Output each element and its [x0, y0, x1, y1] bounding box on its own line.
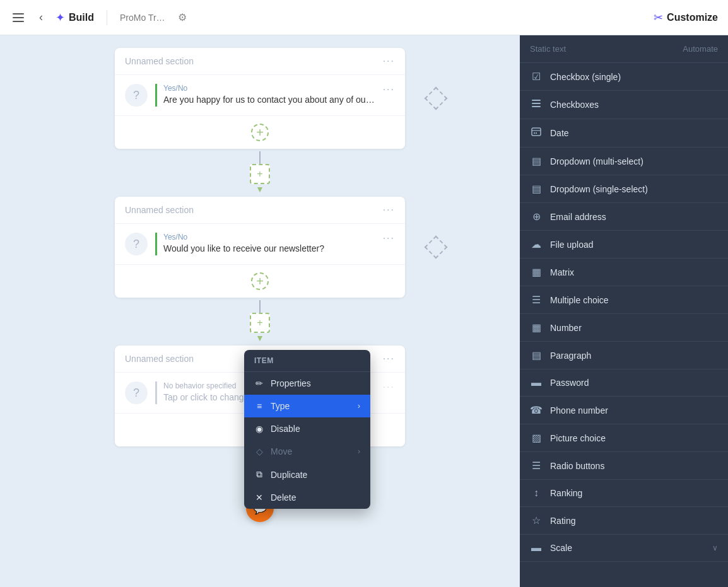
question-dots-3[interactable]: ···	[383, 381, 395, 393]
ctx-type-label: Type	[271, 401, 290, 411]
rp-item-checkbox-single[interactable]: ☑ Checkbox (single)	[520, 63, 728, 91]
question-text-2: Would you like to receive our newsletter…	[163, 243, 375, 255]
add-section-button-1[interactable]: +	[250, 164, 270, 184]
back-button[interactable]: ‹	[34, 8, 48, 26]
main-layout: Unnamed section ··· ? Yes/No Are you hap…	[0, 35, 728, 587]
svg-rect-5	[534, 132, 535, 134]
connector-arrow-2: ▼	[255, 333, 264, 343]
ctx-move: ◇ Move ›	[244, 440, 370, 463]
rp-label-checkbox-single: Checkbox (single)	[550, 72, 718, 82]
add-row-1: +	[115, 116, 405, 149]
question-mark-icon-3: ?	[133, 386, 139, 400]
ctx-duplicate-icon: ⧉	[254, 469, 264, 480]
password-icon: ▬	[530, 377, 543, 388]
rp-item-ranking[interactable]: ↕ Ranking	[520, 480, 728, 507]
ctx-properties[interactable]: ✏ Properties	[244, 372, 370, 395]
ctx-duplicate[interactable]: ⧉ Duplicate	[244, 463, 370, 486]
question-dots-1[interactable]: ···	[383, 84, 395, 95]
section1-menu[interactable]: ···	[383, 55, 395, 67]
scale-chevron: ∨	[712, 543, 718, 552]
rp-item-date[interactable]: Date	[520, 119, 728, 148]
question-text-1: Are you happy for us to contact you abou…	[163, 94, 375, 107]
rp-label-email: Email address	[550, 212, 718, 222]
question-icon-wrap-2: ?	[125, 233, 148, 255]
topbar-left: ‹ ✦ Build ProMo Tr… ⚙	[10, 8, 187, 26]
connector-2: + ▼	[250, 300, 270, 343]
customize-section[interactable]: ✂ Customize	[654, 11, 718, 25]
rp-label-paragraph: Paragraph	[550, 351, 718, 361]
rp-item-password[interactable]: ▬ Password	[520, 369, 728, 397]
topbar-right: ✂ Customize	[654, 11, 718, 25]
question-icon-wrap-1: ?	[125, 84, 148, 107]
rp-item-rating[interactable]: ☆ Rating	[520, 507, 728, 535]
rp-list: ☑ Checkbox (single) Checkboxes	[520, 63, 728, 587]
add-section-button-2[interactable]: +	[250, 313, 270, 333]
question-content-1: Yes/No Are you happy for us to contact y…	[155, 84, 375, 107]
topbar-divider	[107, 10, 107, 25]
ctx-move-label: Move	[271, 446, 292, 456]
date-icon	[530, 127, 543, 139]
rp-item-email[interactable]: ⊕ Email address	[520, 203, 728, 231]
rp-item-number[interactable]: ▦ Number	[520, 314, 728, 342]
ctx-type[interactable]: ≡ Type ›	[244, 395, 370, 417]
gear-icon[interactable]: ⚙	[178, 11, 187, 23]
hamburger-menu[interactable]	[10, 11, 26, 25]
rp-item-picture-choice[interactable]: ▨ Picture choice	[520, 424, 728, 452]
project-name[interactable]: ProMo Tr…	[120, 13, 165, 23]
rp-label-rating: Rating	[550, 516, 718, 526]
ctx-properties-label: Properties	[271, 378, 311, 388]
rp-item-multiple-choice[interactable]: ☰ Multiple choice	[520, 286, 728, 314]
section2-menu[interactable]: ···	[383, 204, 395, 216]
rp-item-dropdown-single[interactable]: ▤ Dropdown (single-select)	[520, 175, 728, 203]
section3-menu[interactable]: ···	[383, 353, 395, 364]
customize-label: Customize	[667, 12, 718, 23]
rp-static-text-label: Static text	[530, 44, 566, 54]
ctx-delete[interactable]: ✕ Delete	[244, 486, 370, 509]
add-item-button-1[interactable]: +	[251, 124, 269, 141]
rp-item-matrix[interactable]: ▦ Matrix	[520, 259, 728, 286]
build-label[interactable]: Build	[69, 12, 94, 23]
file-upload-icon: ☁	[530, 238, 543, 250]
ctx-duplicate-label: Duplicate	[271, 470, 307, 480]
question-mark-icon-2: ?	[133, 238, 139, 251]
svg-rect-3	[532, 128, 541, 136]
rating-icon: ☆	[530, 514, 543, 526]
rp-item-phone-number[interactable]: ☎ Phone number	[520, 397, 728, 424]
section-card-1: Unnamed section ··· ? Yes/No Are you hap…	[115, 48, 405, 149]
dropdown-single-icon: ▤	[530, 183, 543, 195]
connector-arrow-1: ▼	[255, 184, 264, 194]
checkbox-single-icon: ☑	[530, 71, 543, 83]
question-dots-2[interactable]: ···	[383, 233, 395, 244]
ctx-type-icon: ≡	[254, 401, 264, 411]
picture-choice-icon: ▨	[530, 432, 543, 444]
rp-item-file-upload[interactable]: ☁ File upload	[520, 231, 728, 259]
ctx-disable[interactable]: ◉ Disable	[244, 417, 370, 440]
section1-row: Unnamed section ··· ? Yes/No Are you hap…	[25, 48, 495, 149]
rp-label-radio-buttons: Radio buttons	[550, 461, 718, 471]
connector-line-2	[259, 300, 261, 313]
rp-label-ranking: Ranking	[550, 488, 718, 498]
rp-label-picture-choice: Picture choice	[550, 433, 718, 443]
dropdown-multi-icon: ▤	[530, 155, 543, 167]
ctx-disable-icon: ◉	[254, 424, 264, 434]
svg-rect-0	[532, 100, 541, 101]
rp-label-password: Password	[550, 378, 718, 388]
rp-automate-label[interactable]: Automate	[683, 44, 718, 54]
section2-title: Unnamed section	[125, 205, 194, 215]
rp-item-checkboxes[interactable]: Checkboxes	[520, 91, 728, 119]
rp-label-date: Date	[550, 128, 718, 138]
rp-item-paragraph[interactable]: ▤ Paragraph	[520, 342, 728, 369]
email-icon: ⊕	[530, 211, 543, 223]
rp-label-file-upload: File upload	[550, 240, 718, 250]
add-item-button-2[interactable]: +	[251, 272, 269, 290]
question-item-2: ? Yes/No Would you like to receive our n…	[115, 224, 405, 265]
rp-item-radio-buttons[interactable]: ☰ Radio buttons	[520, 452, 728, 480]
rp-item-scale[interactable]: ▬ Scale ∨	[520, 535, 728, 562]
section2-header: Unnamed section ···	[115, 197, 405, 224]
multiple-choice-icon: ☰	[530, 294, 543, 306]
rp-item-dropdown-multi[interactable]: ▤ Dropdown (multi-select)	[520, 148, 728, 175]
section2-row: Unnamed section ··· ? Yes/No Would you l…	[25, 197, 495, 298]
ctx-properties-icon: ✏	[254, 378, 264, 388]
ctx-delete-icon: ✕	[254, 492, 264, 503]
side-diamond-1	[425, 87, 448, 110]
